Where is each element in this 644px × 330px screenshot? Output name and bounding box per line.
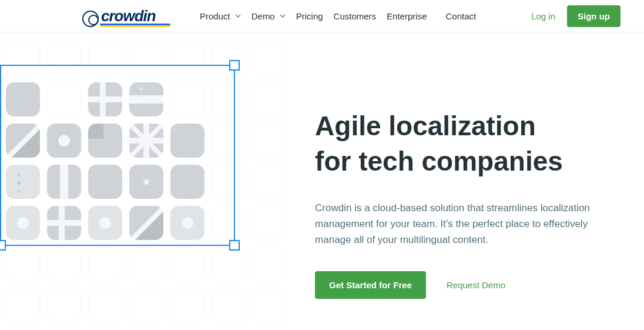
flag-icon — [6, 124, 40, 158]
tile-empty — [212, 206, 246, 240]
tile-empty — [129, 41, 163, 75]
flag-icon — [129, 206, 163, 240]
tile-empty — [170, 82, 204, 116]
tile-empty — [253, 124, 287, 158]
logo[interactable]: crowdin — [82, 7, 179, 25]
tile-empty — [212, 165, 246, 199]
hero-title: Agile localization for tech companies — [315, 109, 609, 179]
flag-icon — [88, 82, 122, 116]
signup-button[interactable]: Sign up — [567, 5, 620, 27]
flag-icon — [6, 82, 40, 116]
hero-title-line1: Agile localization — [315, 111, 536, 141]
login-link[interactable]: Log in — [531, 11, 555, 21]
tile-empty — [88, 247, 122, 281]
tile-empty — [47, 82, 81, 116]
tile-empty — [253, 288, 287, 322]
tile-empty — [47, 41, 81, 75]
tile-empty — [47, 247, 81, 281]
nav-enterprise[interactable]: Enterprise — [387, 11, 427, 21]
tile-empty — [212, 124, 246, 158]
flag-icon — [47, 206, 81, 240]
tile-empty — [253, 165, 287, 199]
tile-empty — [212, 288, 246, 322]
main-nav: Product Demo Pricing Customers Enterpris… — [200, 11, 476, 21]
nav-product-label: Product — [200, 11, 230, 21]
tile-empty — [253, 206, 287, 240]
hero-illustration — [0, 32, 309, 330]
hero-section: Agile localization for tech companies Cr… — [0, 32, 644, 330]
logo-mark-icon — [82, 11, 99, 27]
tile-empty — [212, 247, 246, 281]
tile-empty — [88, 288, 122, 322]
flag-icon — [170, 165, 204, 199]
flag-grid — [6, 41, 287, 322]
chevron-down-icon — [280, 13, 286, 19]
tile-empty — [212, 41, 246, 75]
hero-title-line2: for tech companies — [315, 146, 563, 176]
tile-empty — [6, 288, 40, 322]
nav-customers[interactable]: Customers — [334, 11, 377, 21]
tile-empty — [129, 247, 163, 281]
nav-product[interactable]: Product — [200, 11, 241, 21]
tile-empty — [170, 247, 204, 281]
tile-empty — [6, 247, 40, 281]
flag-icon — [88, 165, 122, 199]
request-demo-link[interactable]: Request Demo — [447, 280, 505, 290]
flag-icon — [129, 124, 163, 158]
nav-demo[interactable]: Demo — [251, 11, 286, 21]
logo-underline-icon — [100, 24, 170, 27]
flag-icon — [129, 82, 163, 116]
logo-text: crowdin — [101, 7, 156, 25]
tile-empty — [253, 82, 287, 116]
hero-actions: Get Started for Free Request Demo — [315, 271, 609, 299]
tile-empty — [47, 288, 81, 322]
tile-empty — [88, 41, 122, 75]
chevron-down-icon — [235, 13, 241, 19]
nav-contact[interactable]: Contact — [445, 11, 476, 21]
tile-empty — [6, 41, 40, 75]
flag-icon — [47, 124, 81, 158]
flag-icon — [88, 124, 122, 158]
tile-empty — [170, 41, 204, 75]
tile-empty — [253, 41, 287, 75]
flag-icon — [6, 206, 40, 240]
hero-description: Crowdin is a cloud-based solution that s… — [315, 200, 597, 248]
tile-empty — [129, 288, 163, 322]
flag-icon — [170, 124, 204, 158]
flag-icon — [6, 165, 40, 199]
flag-icon — [170, 206, 204, 240]
tile-empty — [253, 247, 287, 281]
get-started-button[interactable]: Get Started for Free — [315, 271, 426, 299]
tile-empty — [212, 82, 246, 116]
site-header: crowdin Product Demo Pricing Customers E… — [0, 0, 644, 32]
flag-icon — [47, 165, 81, 199]
hero-copy: Agile localization for tech companies Cr… — [309, 32, 644, 330]
nav-demo-label: Demo — [251, 11, 275, 21]
tile-empty — [170, 288, 204, 322]
selection-handle-icon — [0, 240, 6, 251]
flag-icon — [129, 165, 163, 199]
flag-icon — [88, 206, 122, 240]
nav-pricing[interactable]: Pricing — [296, 11, 323, 21]
